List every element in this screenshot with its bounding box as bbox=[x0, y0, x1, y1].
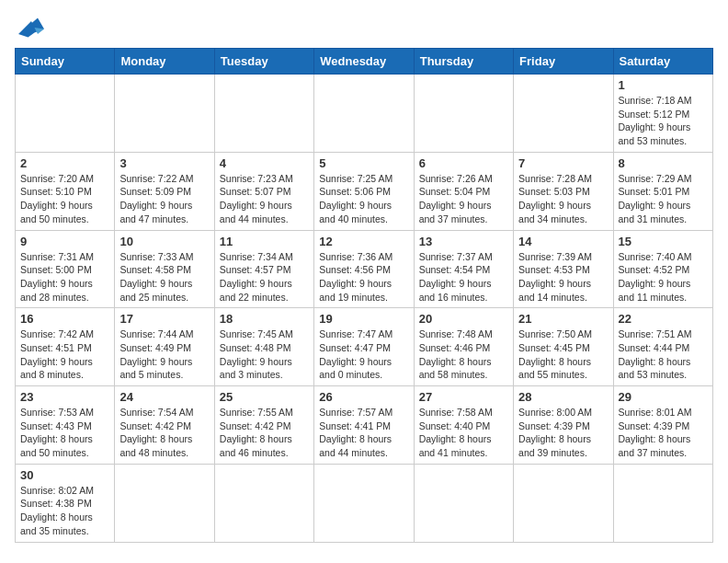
logo bbox=[15, 15, 51, 40]
calendar-cell: 13Sunrise: 7:37 AM Sunset: 4:54 PM Dayli… bbox=[414, 230, 513, 308]
day-number: 8 bbox=[619, 156, 708, 170]
column-header-friday: Friday bbox=[514, 49, 613, 75]
calendar-cell bbox=[414, 75, 513, 153]
calendar-cell: 21Sunrise: 7:50 AM Sunset: 4:45 PM Dayli… bbox=[514, 308, 613, 386]
svg-marker-0 bbox=[18, 18, 44, 38]
day-info: Sunrise: 7:18 AM Sunset: 5:12 PM Dayligh… bbox=[619, 94, 708, 148]
calendar-week-1: 1Sunrise: 7:18 AM Sunset: 5:12 PM Daylig… bbox=[16, 75, 713, 153]
day-number: 7 bbox=[518, 156, 608, 170]
calendar: SundayMondayTuesdayWednesdayThursdayFrid… bbox=[15, 48, 713, 543]
calendar-cell: 22Sunrise: 7:51 AM Sunset: 4:44 PM Dayli… bbox=[613, 308, 712, 386]
day-number: 16 bbox=[20, 312, 109, 326]
day-info: Sunrise: 7:53 AM Sunset: 4:43 PM Dayligh… bbox=[20, 406, 109, 460]
day-number: 10 bbox=[119, 235, 209, 248]
day-number: 19 bbox=[319, 312, 408, 326]
calendar-week-3: 9Sunrise: 7:31 AM Sunset: 5:00 PM Daylig… bbox=[16, 230, 713, 308]
day-number: 24 bbox=[119, 390, 209, 404]
day-number: 3 bbox=[119, 156, 209, 170]
day-info: Sunrise: 7:42 AM Sunset: 4:51 PM Dayligh… bbox=[20, 327, 109, 382]
day-number: 21 bbox=[518, 312, 608, 326]
day-info: Sunrise: 7:26 AM Sunset: 5:04 PM Dayligh… bbox=[419, 172, 508, 226]
calendar-cell: 24Sunrise: 7:54 AM Sunset: 4:42 PM Dayli… bbox=[115, 386, 214, 465]
day-info: Sunrise: 7:58 AM Sunset: 4:40 PM Dayligh… bbox=[419, 406, 508, 460]
day-info: Sunrise: 7:31 AM Sunset: 5:00 PM Dayligh… bbox=[20, 250, 109, 304]
calendar-cell: 29Sunrise: 8:01 AM Sunset: 4:39 PM Dayli… bbox=[613, 386, 712, 465]
calendar-cell: 20Sunrise: 7:48 AM Sunset: 4:46 PM Dayli… bbox=[414, 308, 513, 386]
day-info: Sunrise: 7:55 AM Sunset: 4:42 PM Dayligh… bbox=[220, 406, 309, 460]
day-info: Sunrise: 7:25 AM Sunset: 5:06 PM Dayligh… bbox=[319, 172, 408, 226]
day-number: 17 bbox=[119, 312, 209, 326]
calendar-cell bbox=[514, 75, 613, 153]
calendar-cell: 11Sunrise: 7:34 AM Sunset: 4:57 PM Dayli… bbox=[214, 230, 313, 308]
calendar-cell bbox=[314, 75, 414, 153]
calendar-cell: 9Sunrise: 7:31 AM Sunset: 5:00 PM Daylig… bbox=[16, 230, 115, 308]
day-info: Sunrise: 7:28 AM Sunset: 5:03 PM Dayligh… bbox=[518, 172, 608, 226]
day-info: Sunrise: 7:37 AM Sunset: 4:54 PM Dayligh… bbox=[419, 250, 508, 304]
day-info: Sunrise: 7:40 AM Sunset: 4:52 PM Dayligh… bbox=[619, 250, 708, 304]
calendar-cell bbox=[214, 464, 313, 542]
calendar-cell: 2Sunrise: 7:20 AM Sunset: 5:10 PM Daylig… bbox=[16, 152, 115, 230]
day-info: Sunrise: 8:00 AM Sunset: 4:39 PM Dayligh… bbox=[518, 406, 608, 460]
calendar-cell: 25Sunrise: 7:55 AM Sunset: 4:42 PM Dayli… bbox=[214, 386, 313, 465]
day-number: 1 bbox=[619, 78, 708, 92]
calendar-cell: 5Sunrise: 7:25 AM Sunset: 5:06 PM Daylig… bbox=[314, 152, 414, 230]
day-number: 14 bbox=[518, 235, 608, 248]
day-info: Sunrise: 7:36 AM Sunset: 4:56 PM Dayligh… bbox=[319, 250, 408, 304]
column-header-sunday: Sunday bbox=[16, 49, 115, 75]
day-number: 28 bbox=[518, 390, 608, 404]
calendar-cell: 26Sunrise: 7:57 AM Sunset: 4:41 PM Dayli… bbox=[314, 386, 414, 465]
calendar-cell bbox=[115, 464, 214, 542]
day-number: 23 bbox=[20, 390, 109, 404]
day-info: Sunrise: 8:02 AM Sunset: 4:38 PM Dayligh… bbox=[20, 484, 109, 538]
day-number: 2 bbox=[20, 156, 109, 170]
day-number: 20 bbox=[419, 312, 508, 326]
day-info: Sunrise: 7:47 AM Sunset: 4:47 PM Dayligh… bbox=[319, 327, 408, 382]
column-header-monday: Monday bbox=[115, 49, 214, 75]
day-number: 5 bbox=[319, 156, 408, 170]
calendar-cell: 18Sunrise: 7:45 AM Sunset: 4:48 PM Dayli… bbox=[214, 308, 313, 386]
calendar-week-6: 30Sunrise: 8:02 AM Sunset: 4:38 PM Dayli… bbox=[16, 464, 713, 542]
day-number: 6 bbox=[419, 156, 508, 170]
calendar-cell bbox=[115, 75, 214, 153]
day-info: Sunrise: 7:34 AM Sunset: 4:57 PM Dayligh… bbox=[220, 250, 309, 304]
day-info: Sunrise: 7:23 AM Sunset: 5:07 PM Dayligh… bbox=[220, 172, 309, 226]
day-info: Sunrise: 7:20 AM Sunset: 5:10 PM Dayligh… bbox=[20, 172, 109, 226]
calendar-cell: 28Sunrise: 8:00 AM Sunset: 4:39 PM Dayli… bbox=[514, 386, 613, 465]
calendar-cell: 30Sunrise: 8:02 AM Sunset: 4:38 PM Dayli… bbox=[16, 464, 115, 542]
column-header-wednesday: Wednesday bbox=[314, 49, 414, 75]
logo-icon bbox=[15, 15, 48, 40]
day-number: 26 bbox=[319, 390, 408, 404]
day-info: Sunrise: 7:57 AM Sunset: 4:41 PM Dayligh… bbox=[319, 406, 408, 460]
day-info: Sunrise: 7:39 AM Sunset: 4:53 PM Dayligh… bbox=[518, 250, 608, 304]
calendar-cell: 8Sunrise: 7:29 AM Sunset: 5:01 PM Daylig… bbox=[613, 152, 712, 230]
calendar-cell bbox=[514, 464, 613, 542]
calendar-cell: 10Sunrise: 7:33 AM Sunset: 4:58 PM Dayli… bbox=[115, 230, 214, 308]
calendar-cell: 14Sunrise: 7:39 AM Sunset: 4:53 PM Dayli… bbox=[514, 230, 613, 308]
day-number: 27 bbox=[419, 390, 508, 404]
calendar-week-5: 23Sunrise: 7:53 AM Sunset: 4:43 PM Dayli… bbox=[16, 386, 713, 465]
day-info: Sunrise: 8:01 AM Sunset: 4:39 PM Dayligh… bbox=[619, 406, 708, 460]
day-number: 4 bbox=[220, 156, 309, 170]
calendar-week-4: 16Sunrise: 7:42 AM Sunset: 4:51 PM Dayli… bbox=[16, 308, 713, 386]
calendar-cell: 4Sunrise: 7:23 AM Sunset: 5:07 PM Daylig… bbox=[214, 152, 313, 230]
day-number: 22 bbox=[619, 312, 708, 326]
day-info: Sunrise: 7:22 AM Sunset: 5:09 PM Dayligh… bbox=[119, 172, 209, 226]
calendar-cell: 23Sunrise: 7:53 AM Sunset: 4:43 PM Dayli… bbox=[16, 386, 115, 465]
day-number: 15 bbox=[619, 235, 708, 248]
calendar-cell bbox=[414, 464, 513, 542]
calendar-cell bbox=[16, 75, 115, 153]
day-info: Sunrise: 7:29 AM Sunset: 5:01 PM Dayligh… bbox=[619, 172, 708, 226]
day-number: 18 bbox=[220, 312, 309, 326]
calendar-cell: 17Sunrise: 7:44 AM Sunset: 4:49 PM Dayli… bbox=[115, 308, 214, 386]
day-info: Sunrise: 7:51 AM Sunset: 4:44 PM Dayligh… bbox=[619, 327, 708, 382]
calendar-cell: 1Sunrise: 7:18 AM Sunset: 5:12 PM Daylig… bbox=[613, 75, 712, 153]
calendar-header-row: SundayMondayTuesdayWednesdayThursdayFrid… bbox=[16, 49, 713, 75]
day-number: 11 bbox=[220, 235, 309, 248]
column-header-saturday: Saturday bbox=[613, 49, 712, 75]
calendar-cell: 19Sunrise: 7:47 AM Sunset: 4:47 PM Dayli… bbox=[314, 308, 414, 386]
day-info: Sunrise: 7:54 AM Sunset: 4:42 PM Dayligh… bbox=[119, 406, 209, 460]
calendar-cell: 15Sunrise: 7:40 AM Sunset: 4:52 PM Dayli… bbox=[613, 230, 712, 308]
day-info: Sunrise: 7:45 AM Sunset: 4:48 PM Dayligh… bbox=[220, 327, 309, 382]
calendar-cell bbox=[214, 75, 313, 153]
calendar-cell: 3Sunrise: 7:22 AM Sunset: 5:09 PM Daylig… bbox=[115, 152, 214, 230]
